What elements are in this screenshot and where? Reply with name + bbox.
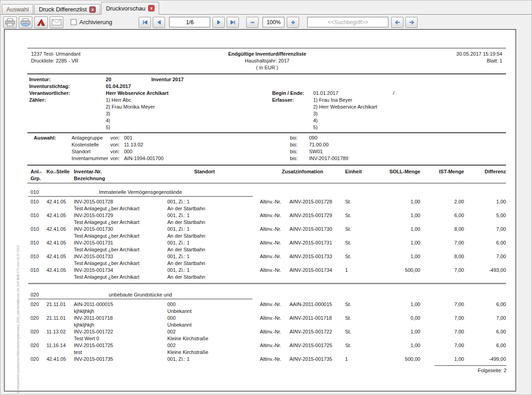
table-row: 01042.41.05INV-2015-001731001, Zi.: 1Alt…	[28, 239, 506, 253]
table-cell: INV-2015-001734	[74, 267, 167, 274]
field-value: 5)	[106, 125, 110, 130]
table-cell: Unbekannt	[167, 308, 260, 315]
table-cell: -499,00	[464, 356, 506, 363]
table-cell: St.	[345, 328, 379, 335]
report-sheet: Blatt: 1	[456, 57, 502, 64]
table-cell: 1,00	[464, 198, 506, 205]
printer-icon	[5, 18, 15, 26]
search-next-button[interactable]	[405, 17, 418, 28]
search-input[interactable]	[307, 17, 388, 27]
envelope-icon	[52, 19, 62, 26]
previous-page-button[interactable]	[153, 17, 165, 28]
arrow-left-icon	[395, 20, 400, 25]
table-cell: 7,00	[420, 342, 464, 349]
table-cell: kjhkljhkjh	[74, 308, 167, 315]
field-value: Herr Webservice Archikart	[106, 90, 169, 96]
table-cell: 1,00	[379, 239, 420, 246]
export-button[interactable]	[34, 16, 48, 28]
table-cell: 010	[28, 253, 46, 260]
table-cell: 000	[167, 301, 260, 308]
table-cell: Test Anlagegut ¿ber Archikart	[74, 246, 167, 253]
table-row: 02021.11.01AIN-2011-000015000Altinv.-Nr.…	[28, 301, 506, 315]
column-header-einheit: Einheit	[345, 168, 379, 175]
table-cell: Test Anlagegut ¿ber Archikart	[74, 260, 167, 267]
field-value: 20	[106, 77, 111, 82]
email-button[interactable]	[50, 16, 63, 28]
first-page-button[interactable]	[139, 17, 151, 28]
tab-druck-differenzliste[interactable]: Druck Differenzlist x	[34, 4, 100, 15]
minus-icon	[250, 20, 255, 25]
tab-close-icon[interactable]: x	[148, 5, 155, 11]
table-cell: Altinv.-Nr.	[260, 253, 289, 260]
table-cell: 21.11.01	[46, 301, 74, 308]
tab-bar: Auswahl Druck Differenzlist x Druckvorsc…	[0, 1, 532, 15]
report-subtitle: Haushaltsjahr: 2017	[28, 57, 506, 64]
table-cell: Altinv.-Nr.	[260, 226, 289, 233]
table-cell: Altinv.-Nr.	[260, 198, 289, 205]
table-cell: AINV-2015-001728	[289, 198, 345, 205]
field-value: 001	[124, 135, 132, 140]
field-label: Zähler:	[29, 97, 46, 103]
table-cell: AINV-2015-001733	[289, 253, 345, 260]
field-label: von:	[110, 142, 120, 147]
arrow-right-icon	[409, 20, 414, 25]
table-cell: 001, Zi.: 1	[167, 356, 260, 363]
last-page-button[interactable]	[227, 17, 239, 28]
table-cell: 5,00	[464, 212, 506, 219]
table-cell: 001, Zi.: 1	[167, 239, 260, 246]
template-path-note: \\ertel\saskia31\saskiaserver\if\ifrentw…	[16, 245, 20, 394]
table-cell: kjhkljhkjh	[74, 322, 167, 328]
print-button[interactable]	[3, 16, 17, 28]
table-cell: Altinv.-Nr.	[260, 356, 289, 363]
zoom-in-button[interactable]	[287, 17, 299, 28]
column-header-differenz: Differenz	[464, 168, 506, 175]
plus-icon	[291, 20, 295, 25]
toolbar: Archivierung	[0, 15, 532, 29]
next-page-button[interactable]	[212, 17, 225, 28]
search-previous-button[interactable]	[391, 17, 403, 28]
table-cell: 11.13.02	[46, 328, 74, 335]
archivierung-label: Archivierung	[79, 19, 112, 26]
field-value: 5)	[313, 125, 318, 130]
field-label: von:	[110, 149, 120, 154]
table-cell: Altinv.-Nr.	[260, 328, 289, 335]
field-label: Standort	[72, 149, 91, 154]
column-header-soll-menge: SOLL-Menge	[379, 168, 420, 175]
tab-close-icon[interactable]: x	[89, 6, 96, 13]
table-cell: INV-2015-001728	[74, 198, 167, 205]
field-value: SW01	[309, 149, 323, 154]
table-cell: Altinv.-Nr.	[260, 315, 289, 322]
table-cell: INV-2015-001729	[74, 212, 167, 219]
zoom-level-field[interactable]	[263, 17, 284, 27]
table-row: 01042.41.05INV-2015-001733001, Zi.: 1Alt…	[28, 253, 506, 267]
field-label: bis:	[290, 149, 298, 154]
page-indicator-field[interactable]	[169, 17, 210, 27]
next-page-icon	[217, 20, 221, 25]
field-value: Inventur 2017	[151, 77, 184, 82]
tab-auswahl[interactable]: Auswahl	[2, 4, 33, 15]
table-cell: test	[74, 349, 167, 356]
previous-page-icon	[157, 20, 161, 25]
tab-druckvorschau[interactable]: Druckvorschau x	[101, 2, 159, 15]
table-cell: 002	[167, 342, 260, 349]
archivierung-checkbox[interactable]	[71, 19, 77, 25]
field-label: von:	[110, 156, 120, 161]
table-cell: 8,00	[420, 253, 464, 260]
table-cell: 010	[28, 226, 46, 233]
field-label: bis:	[290, 142, 298, 147]
table-cell: AIN-2011-000015	[74, 301, 167, 308]
table-cell: 42.41.05	[46, 226, 74, 233]
table-cell: Test Anlagegut ¿ber Archikart	[74, 205, 167, 212]
table-cell: 1,00	[379, 342, 420, 349]
field-label: Erfasser:	[272, 97, 294, 103]
print-setup-button[interactable]	[19, 16, 32, 28]
zoom-out-button[interactable]	[246, 17, 258, 28]
table-cell: 001, Zi.: 1	[167, 198, 260, 205]
table-cell: 020	[28, 342, 46, 349]
table-cell: INV-2015-001730	[74, 226, 167, 233]
table-cell: 1,00	[379, 301, 420, 308]
table-cell: St.	[345, 212, 379, 219]
field-value: 4)	[106, 118, 110, 123]
tab-label: Auswahl	[6, 6, 29, 13]
table-cell: Test Anlagegut ¿ber Archikart	[74, 233, 167, 239]
